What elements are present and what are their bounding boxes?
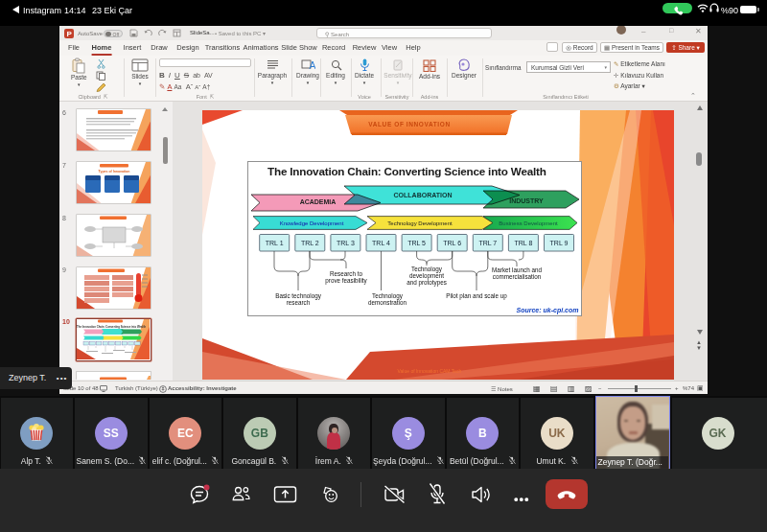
svg-text:Source: uk-cpi.com: Source: uk-cpi.com: [517, 307, 579, 314]
svg-text:The Innovation Chain: Converti: The Innovation Chain: Converting Science…: [77, 325, 146, 329]
svg-text:COLLABORATION: COLLABORATION: [394, 192, 453, 198]
svg-text:TRL 9: TRL 9: [550, 240, 569, 246]
svg-text:TRL 7: TRL 7: [478, 240, 497, 246]
svg-text:prove feasibility: prove feasibility: [325, 277, 367, 285]
svg-text:TRL 8: TRL 8: [514, 240, 532, 246]
svg-text:Research to: Research to: [330, 270, 362, 277]
svg-text:Knowledge Development: Knowledge Development: [280, 220, 344, 226]
svg-text:demonstration: demonstration: [368, 299, 407, 306]
svg-text:Technology Development: Technology Development: [387, 220, 453, 226]
svg-text:and prototypes: and prototypes: [407, 279, 447, 287]
svg-text:TRL 5: TRL 5: [407, 240, 426, 246]
svg-text:research: research: [287, 299, 311, 306]
svg-text:TRL 2: TRL 2: [301, 240, 319, 246]
svg-text:INDUSTRY: INDUSTRY: [509, 197, 544, 204]
svg-text:Pilot plan and scale up: Pilot plan and scale up: [446, 292, 507, 300]
svg-text:ACADEMIA: ACADEMIA: [300, 198, 337, 205]
svg-text:Types of Innovation: Types of Innovation: [99, 170, 130, 173]
svg-text:TRL 3: TRL 3: [337, 240, 355, 246]
svg-text:TRL 4: TRL 4: [372, 240, 390, 246]
svg-text:TRL 1: TRL 1: [266, 240, 284, 246]
svg-text:TRL 6: TRL 6: [443, 240, 461, 246]
svg-text:Business Development: Business Development: [499, 220, 558, 226]
svg-text:commercialisation: commercialisation: [493, 273, 542, 280]
svg-text:Market launch and: Market launch and: [492, 266, 542, 273]
